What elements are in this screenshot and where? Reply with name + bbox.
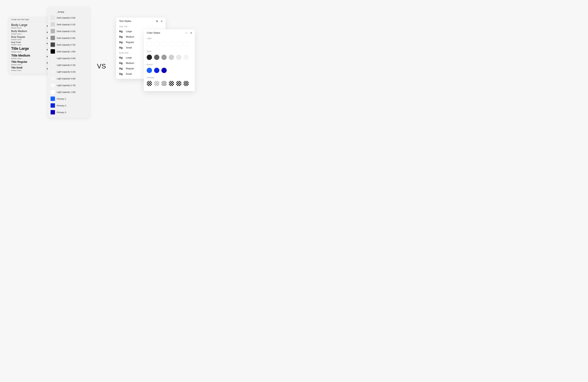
color-group-label: Dark xyxy=(144,49,195,54)
color-swatch[interactable] xyxy=(147,55,152,60)
text-preview-ag: Ag xyxy=(119,46,124,49)
color-swatch xyxy=(51,49,55,54)
color-label: Dark (opacity 0.24) xyxy=(57,30,75,32)
sketch-color-item[interactable]: Primary 1 xyxy=(48,95,89,102)
color-label: Primary 3 xyxy=(57,111,66,114)
sketch-text-style-item[interactable]: Body MediumMultiple Styles xyxy=(9,29,50,35)
color-swatch[interactable] xyxy=(161,41,167,47)
sketch-color-item[interactable]: Dark (opacity 0.10) xyxy=(48,21,89,28)
color-label: Light (opacity 0.70) xyxy=(57,84,76,86)
text-style-name: Large xyxy=(126,30,132,33)
sketch-color-item[interactable]: Dark (opacity 0.04) xyxy=(48,14,89,21)
color-swatch[interactable] xyxy=(154,41,159,47)
color-swatch[interactable] xyxy=(147,41,152,47)
settings-icon[interactable] xyxy=(185,31,188,34)
color-swatch-row xyxy=(144,54,195,62)
text-style-name: Body Small xyxy=(11,41,21,43)
text-style-subtitle: Multiple Styles xyxy=(11,64,27,65)
color-swatch[interactable] xyxy=(184,55,189,60)
svg-point-2 xyxy=(186,32,186,33)
color-swatch[interactable] xyxy=(169,55,174,60)
sketch-empty-style[interactable]: _Empty xyxy=(48,9,89,14)
sketch-color-item[interactable]: Light (opacity 0.40) xyxy=(48,75,89,82)
color-swatch[interactable] xyxy=(161,81,167,86)
color-swatch[interactable] xyxy=(161,68,167,73)
color-swatch[interactable] xyxy=(147,81,152,86)
color-label: Dark (opacity 0.40) xyxy=(57,37,75,39)
text-style-name: Body Large xyxy=(11,23,27,27)
sketch-color-panel: _Empty Dark (opacity 0.04)Dark (opacity … xyxy=(48,7,89,118)
sketch-color-item[interactable]: Light (opacity 0.24) xyxy=(48,68,89,75)
sketch-color-item[interactable]: Dark (opacity 0.40) xyxy=(48,35,89,41)
color-swatch xyxy=(51,36,55,40)
create-text-style-header[interactable]: Create new Text Style xyxy=(9,17,50,22)
text-preview-ag: Ag xyxy=(119,30,124,33)
color-swatch[interactable] xyxy=(161,55,167,60)
color-label: Primary 1 xyxy=(57,98,66,100)
color-swatch[interactable] xyxy=(154,68,159,73)
text-style-name: Regular xyxy=(126,41,134,44)
text-style-subtitle: Multiple Styles xyxy=(11,69,22,71)
sketch-text-style-item[interactable]: Body LargeMultiple Styles xyxy=(9,22,50,29)
color-swatch[interactable] xyxy=(169,41,174,47)
vs-label: VS xyxy=(97,62,106,70)
color-swatch xyxy=(51,69,55,74)
color-swatch[interactable] xyxy=(184,41,189,47)
plus-icon[interactable] xyxy=(160,20,163,23)
color-swatch[interactable] xyxy=(147,68,152,73)
sketch-text-style-item[interactable]: Title RegularMultiple Styles xyxy=(9,60,50,66)
sketch-color-item[interactable]: Light (opacity 1.00) xyxy=(48,89,89,95)
color-swatch[interactable] xyxy=(169,81,174,86)
sketch-color-item[interactable]: Light (opacity 0.70) xyxy=(48,82,89,89)
sketch-text-style-item[interactable]: Title LargeMultiple Styles xyxy=(9,46,50,53)
text-preview-ag: Ag xyxy=(119,35,124,38)
figma-text-styles-title: Text Styles xyxy=(119,20,131,23)
text-group-label: Title 700 xyxy=(116,24,166,29)
text-style-subtitle: Multiple Styles xyxy=(11,39,25,40)
text-preview-ag: Ag xyxy=(119,56,124,59)
color-swatch xyxy=(51,15,55,20)
sketch-text-styles-list: Body LargeMultiple StylesBody MediumMult… xyxy=(9,22,50,73)
figma-color-styles-panel: Color Styles LightDarkBrandOverlay xyxy=(144,29,195,91)
sketch-text-style-item[interactable]: Body SmallMultiple Styles xyxy=(9,41,50,46)
color-label: Dark (opacity 1.00) xyxy=(57,50,75,53)
color-label: Dark (opacity 0.10) xyxy=(57,23,75,26)
color-swatch[interactable] xyxy=(176,55,181,60)
text-preview-ag: Ag xyxy=(119,61,124,65)
sketch-color-item[interactable]: Primary 2 xyxy=(48,102,89,109)
settings-icon[interactable] xyxy=(156,20,158,23)
color-label: Light (opacity 0.40) xyxy=(57,77,76,80)
sketch-text-style-item[interactable]: Title SmallMultiple Styles xyxy=(9,66,50,71)
text-style-name: Regular xyxy=(126,67,134,70)
color-swatch xyxy=(51,103,55,108)
color-swatch xyxy=(51,76,55,81)
color-swatch-row xyxy=(144,80,195,88)
color-swatch[interactable] xyxy=(176,81,181,86)
color-group-label: Overlay xyxy=(144,75,195,80)
color-label: Dark (opacity 0.04) xyxy=(57,17,75,19)
color-swatch xyxy=(51,97,55,101)
color-swatch xyxy=(51,110,55,115)
sketch-text-styles-panel: Create new Text Style Body LargeMultiple… xyxy=(9,17,50,73)
sketch-text-style-item[interactable]: Title MediumMultiple Styles xyxy=(9,53,50,60)
sketch-color-item[interactable]: Dark (opacity 0.24) xyxy=(48,28,89,35)
sketch-color-item[interactable]: Primary 3 xyxy=(48,109,89,116)
sketch-text-style-item[interactable]: Body RegularMultiple Styles xyxy=(9,35,50,41)
text-style-name: Small xyxy=(126,73,132,75)
color-swatch xyxy=(51,29,55,33)
text-preview-ag: Ag xyxy=(119,72,124,76)
sketch-color-item[interactable]: Light (opacity 0.10) xyxy=(48,61,89,68)
sketch-color-item[interactable]: Dark (opacity 1.00) xyxy=(48,48,89,55)
text-style-subtitle: Multiple Styles xyxy=(11,44,21,45)
color-label: Light (opacity 0.04) xyxy=(57,57,76,60)
sketch-color-item[interactable]: Dark (opacity 0.70) xyxy=(48,41,89,48)
plus-icon[interactable] xyxy=(190,31,192,34)
sketch-color-item[interactable]: Light (opacity 0.04) xyxy=(48,55,89,61)
color-swatch xyxy=(51,63,55,67)
color-swatch[interactable] xyxy=(176,41,181,47)
color-swatch[interactable] xyxy=(154,81,159,86)
text-style-name: Title Regular xyxy=(11,60,27,63)
color-swatch[interactable] xyxy=(184,81,189,86)
color-swatch[interactable] xyxy=(154,55,159,60)
text-style-name: Medium xyxy=(126,62,134,64)
